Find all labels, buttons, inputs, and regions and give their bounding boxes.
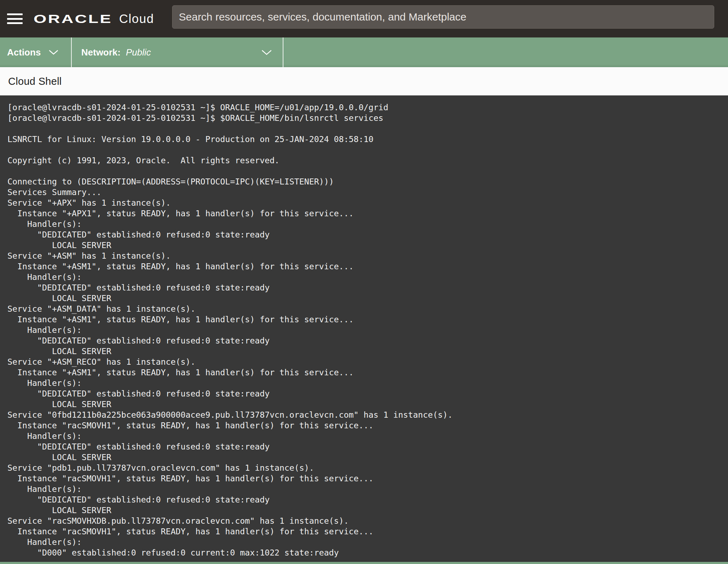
- network-label: Network:: [81, 47, 121, 58]
- hamburger-bar: [7, 13, 23, 15]
- hamburger-bar: [7, 18, 23, 20]
- actions-button[interactable]: Actions: [0, 37, 71, 67]
- chevron-down-icon: [262, 50, 272, 55]
- toolbar: Actions Network: Public: [0, 37, 728, 67]
- oracle-cloud-page: ORACLE Cloud Actions Network: Public: [0, 0, 728, 564]
- logo-oracle-text: ORACLE: [34, 12, 112, 26]
- hamburger-menu-icon[interactable]: [7, 13, 23, 24]
- actions-button-label: Actions: [7, 47, 41, 58]
- search-input[interactable]: [172, 5, 714, 29]
- cloud-shell-title: Cloud Shell: [8, 76, 62, 87]
- oracle-cloud-logo: ORACLE Cloud: [34, 0, 154, 37]
- hamburger-bar: [7, 22, 23, 24]
- network-selector[interactable]: Network: Public: [72, 37, 283, 67]
- network-value: Public: [126, 47, 151, 58]
- logo-cloud-text: Cloud: [119, 12, 154, 26]
- cloud-shell-header: Cloud Shell: [0, 67, 728, 95]
- chevron-down-icon: [49, 50, 58, 55]
- cloud-shell-terminal[interactable]: [oracle@lvracdb-s01-2024-01-25-0102531 ~…: [0, 95, 728, 562]
- bottom-strip: [0, 562, 728, 564]
- terminal-output: [oracle@lvracdb-s01-2024-01-25-0102531 ~…: [0, 95, 728, 558]
- logo-oracle-wrap: ORACLE: [34, 12, 114, 26]
- toolbar-divider: [283, 37, 283, 67]
- topbar: ORACLE Cloud: [0, 0, 728, 37]
